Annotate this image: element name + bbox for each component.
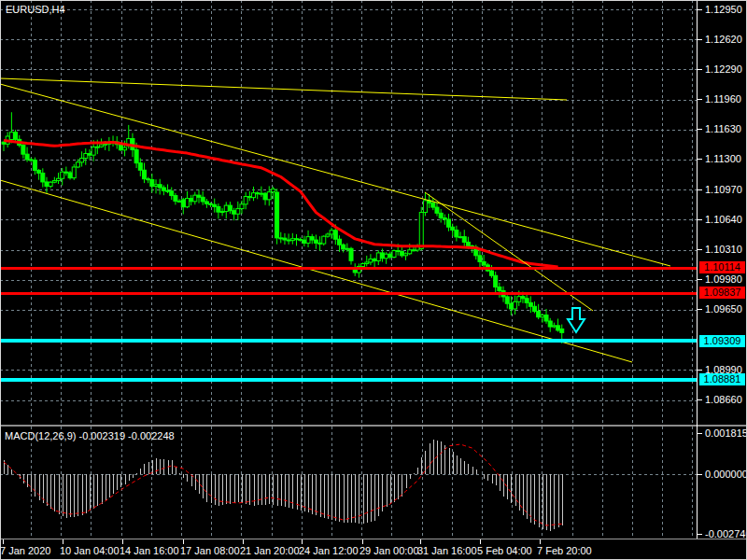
price-tick-label: 1.09650 <box>705 303 742 315</box>
time-tick <box>243 539 244 544</box>
price-level-badge: 1.08881 <box>699 373 745 385</box>
time-tick-label: 14 Jan 16:00 <box>120 545 179 557</box>
price-level-badge: 1.09309 <box>699 335 745 347</box>
symbol-timeframe-label: EURUSD,H4 <box>6 4 65 16</box>
time-tick-label: 10 Jan 04:00 <box>60 545 120 557</box>
time-tick-label: 29 Jan 00:00 <box>359 545 419 557</box>
price-tick-label: 1.09980 <box>705 273 742 286</box>
time-tick <box>3 539 4 544</box>
main-chart-canvas[interactable] <box>0 0 697 428</box>
price-tick <box>698 99 702 100</box>
time-tick <box>420 539 421 544</box>
price-tick <box>698 69 702 70</box>
time-tick <box>362 539 363 544</box>
time-tick <box>122 539 123 544</box>
macd-tick-label: 0.001815 <box>705 427 747 440</box>
price-tick-label: 1.11630 <box>705 123 741 135</box>
price-tick-label: 1.11960 <box>705 93 741 105</box>
price-tick <box>698 399 702 400</box>
price-tick-label: 1.10640 <box>705 214 742 226</box>
price-tick <box>698 129 702 130</box>
price-tick-label: 1.11300 <box>705 153 741 165</box>
time-tick <box>302 539 303 544</box>
price-tick-label: 1.10970 <box>705 184 742 196</box>
price-tick-label: 1.12290 <box>705 63 742 76</box>
time-tick <box>183 539 184 544</box>
mt4-chart-window: EURUSD,H4 MACD(12,26,9) -0.002319 -0.002… <box>0 0 747 560</box>
time-tick <box>63 539 63 544</box>
price-level-badge: 1.10114 <box>699 261 745 273</box>
macd-tick <box>698 534 702 535</box>
price-tick <box>698 159 702 160</box>
price-tick <box>698 219 702 220</box>
price-tick <box>698 9 702 10</box>
macd-panel-canvas[interactable] <box>0 427 697 542</box>
price-tick <box>698 39 702 40</box>
macd-tick <box>698 433 702 434</box>
macd-svg <box>0 427 697 539</box>
time-tick-label: 17 Jan 08:00 <box>180 545 240 557</box>
time-tick <box>480 539 481 544</box>
price-tick-label: 1.12620 <box>705 34 742 46</box>
price-tick <box>698 309 702 310</box>
time-tick-label: 5 Feb 04:00 <box>477 545 532 557</box>
time-tick-label: 24 Jan 12:00 <box>299 545 359 557</box>
time-tick-label: 7 Feb 20:00 <box>537 545 592 557</box>
time-tick-label: 31 Jan 16:00 <box>417 545 477 557</box>
price-axis[interactable]: 1.129501.126201.122901.119601.116301.113… <box>697 0 747 539</box>
price-tick-label: 1.10310 <box>705 244 742 256</box>
price-chart-svg <box>0 0 697 425</box>
price-tick <box>698 279 702 280</box>
time-tick-label: 21 Jan 20:00 <box>240 545 300 557</box>
price-tick <box>698 189 702 190</box>
price-tick <box>698 249 702 250</box>
macd-indicator-label: MACD(12,26,9) -0.002319 -0.002248 <box>5 430 175 442</box>
time-tick-label: 7 Jan 2020 <box>0 545 50 557</box>
price-level-badge: 1.09837 <box>699 287 745 299</box>
time-axis[interactable]: 7 Jan 202010 Jan 04:0014 Jan 16:0017 Jan… <box>0 539 747 560</box>
price-tick-label: 1.12950 <box>705 4 742 16</box>
price-tick-label: 1.08660 <box>705 394 742 406</box>
time-tick <box>540 539 541 544</box>
macd-tick-label: 0.000000 <box>705 469 747 481</box>
macd-tick <box>698 474 702 475</box>
price-tick <box>698 370 702 371</box>
